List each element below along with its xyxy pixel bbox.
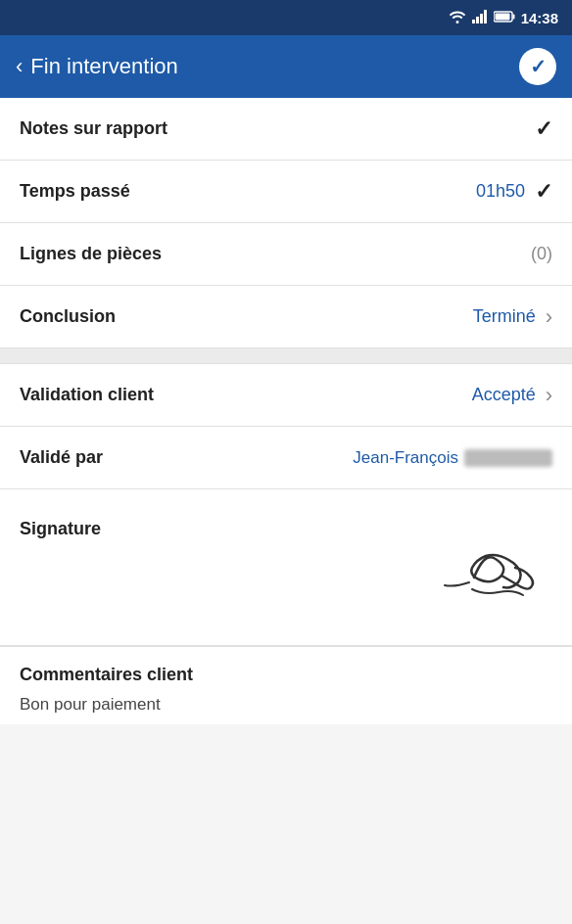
validation-client-chevron: › [546,383,552,408]
validation-client-row[interactable]: Validation client Accepté › [0,364,572,427]
svg-rect-5 [512,14,514,19]
conclusion-label: Conclusion [20,306,116,327]
comments-text: Bon pour paiement [20,695,552,715]
valide-par-row[interactable]: Validé par Jean-François [0,427,572,489]
wifi-icon [449,10,466,26]
signature-label: Signature [20,519,101,539]
validation-client-value: Accepté [472,385,536,405]
lignes-pieces-count: (0) [531,244,552,264]
back-button[interactable]: ‹ [16,54,23,79]
confirm-button[interactable]: ✓ [519,48,556,85]
notes-rapport-row[interactable]: Notes sur rapport ✓ [0,98,572,161]
svg-rect-3 [484,10,487,23]
temps-passe-row[interactable]: Temps passé 01h50 ✓ [0,161,572,223]
conclusion-value: Terminé [473,306,536,327]
lignes-pieces-label: Lignes de pièces [20,244,162,264]
conclusion-row[interactable]: Conclusion Terminé › [0,286,572,348]
section-separator [0,348,572,364]
validation-client-label: Validation client [20,385,154,405]
conclusion-right: Terminé › [473,304,552,330]
valide-par-name: Jean-François [353,448,458,468]
temps-passe-label: Temps passé [20,181,130,202]
svg-rect-6 [495,13,509,20]
valide-par-field: Jean-François [353,448,552,468]
lignes-pieces-row[interactable]: Lignes de pièces (0) [0,223,572,286]
battery-icon [494,11,515,25]
notes-rapport-label: Notes sur rapport [20,118,167,139]
signature-canvas [357,509,552,617]
svg-rect-0 [472,20,475,23]
header-left: ‹ Fin intervention [16,54,178,79]
signal-icon [472,10,488,26]
temps-passe-check: ✓ [535,179,552,205]
status-time: 14:38 [521,10,558,26]
svg-rect-2 [480,14,483,23]
comments-title: Commentaires client [20,665,552,685]
temps-passe-value: 01h50 [476,181,525,202]
conclusion-chevron: › [546,304,552,330]
confirm-icon: ✓ [530,55,547,78]
notes-rapport-check: ✓ [535,116,552,142]
svg-rect-1 [476,17,479,23]
app-header: ‹ Fin intervention ✓ [0,35,572,98]
valide-par-surname-blurred [464,449,552,467]
signature-svg [357,509,552,617]
status-icons: 14:38 [449,10,558,26]
content: Notes sur rapport ✓ Temps passé 01h50 ✓ … [0,98,572,724]
validation-client-right: Accepté › [472,383,552,408]
notes-rapport-right: ✓ [535,116,552,142]
valide-par-label: Validé par [20,447,103,468]
temps-passe-right: 01h50 ✓ [476,179,552,205]
signature-row[interactable]: Signature [0,489,572,646]
page-title: Fin intervention [30,54,177,79]
status-bar: 14:38 [0,0,572,35]
comments-section: Commentaires client Bon pour paiement [0,646,572,724]
lignes-pieces-right: (0) [531,244,552,264]
